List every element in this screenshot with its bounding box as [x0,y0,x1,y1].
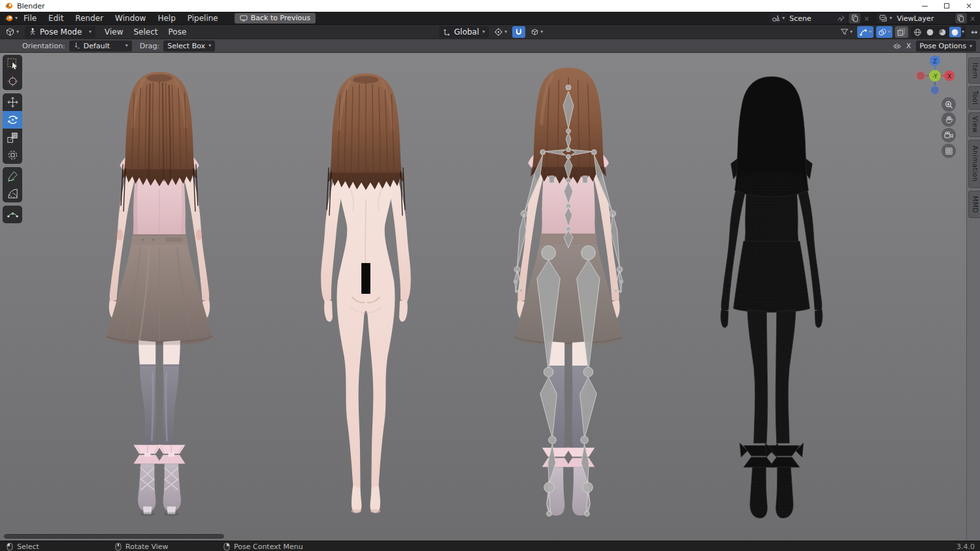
blender-version: 3.4.0 [956,541,975,551]
gizmo-minus-x-ball[interactable] [917,72,925,80]
pan-hand-button[interactable] [941,112,956,127]
drag-mode-value: Select Box [167,42,205,50]
new-viewlayer-button[interactable] [955,13,967,24]
perspective-toggle-button[interactable] [941,144,956,158]
figure2-body [321,161,410,513]
mirror-x-icon[interactable] [892,42,902,50]
mode-value: Pose Mode [40,27,86,37]
tab-animation[interactable]: Animation [968,140,980,188]
menu-select[interactable]: Select [134,27,158,37]
remove-viewlayer-icon: × [968,15,977,22]
chevron-down-icon: ▾ [962,29,964,35]
xray-icon [897,28,906,37]
header-expand-icon[interactable]: ↔ [971,27,977,37]
editor-type-button[interactable]: ▾ [3,26,21,38]
scene-icon [772,14,780,22]
chevron-down-icon: ▾ [125,43,128,48]
xray-toggle-button[interactable] [895,26,908,38]
menu-window[interactable]: Window [115,14,146,23]
orientation-default-dropdown[interactable]: Default ▾ [69,40,132,52]
material-sphere-icon [938,28,947,37]
drag-label: Drag: [140,42,159,50]
shading-rendered-button[interactable] [949,27,961,37]
menu-pipeline[interactable]: Pipeline [188,14,218,23]
overlays-dropdown[interactable]: ▾ [876,26,892,38]
tab-item[interactable]: Item [968,57,980,84]
model-wireframe-character[interactable] [702,69,841,526]
new-scene-button[interactable] [849,13,860,24]
sidebar-tab-strip: Item Tool View Animation MMD [966,53,980,541]
gizmo-minus-z-ball[interactable] [931,86,939,95]
gizmos-dropdown[interactable]: ▾ [857,26,874,38]
chevron-down-icon: ▾ [208,43,211,48]
drag-mode-dropdown[interactable]: Select Box ▾ [163,40,215,52]
model-textured-character[interactable] [90,66,229,527]
chevron-down-icon: ▾ [540,29,543,35]
blender-menu-button[interactable]: ▾ [4,14,18,22]
viewport-header: ▾ Pose Mode ▾ View Select Pose Global ▾ … [0,25,980,39]
viewlayer-name[interactable]: ViewLayer [894,14,951,23]
window-titlebar: Blender × [0,0,980,12]
tool-rotate-button[interactable] [3,111,22,129]
pivot-point-dropdown[interactable]: ▾ [492,26,509,38]
chevron-down-icon: ▾ [888,29,890,35]
menu-view[interactable]: View [105,27,123,37]
rendered-sphere-icon [951,28,959,37]
tool-box-select-button[interactable] [3,55,22,72]
tab-tool[interactable]: Tool [968,86,980,110]
zoom-button[interactable] [941,97,956,112]
menu-edit[interactable]: Edit [48,14,63,23]
hint-pose-context-menu: Pose Context Menu [223,541,303,551]
chevron-down-icon: ▾ [15,16,18,21]
orientation-default-value: Default [84,42,122,50]
camera-view-button[interactable] [941,128,956,142]
tab-view[interactable]: View [968,112,980,137]
gizmo-y-label: -Y [932,73,938,80]
tool-transform-button[interactable] [3,146,22,164]
tool-settings-bar: Orientation: Default ▾ Drag: Select Box … [0,39,980,53]
transform-orientation-dropdown[interactable]: Global ▾ [439,26,489,38]
tool-scale-button[interactable] [3,129,22,146]
horizontal-scrollbar[interactable] [4,534,224,539]
snap-toggle-button[interactable] [512,26,525,38]
scene-name[interactable]: Scene [787,14,836,23]
figure1-shoes [138,464,181,516]
viewlayer-selector[interactable]: ▾ ViewLayer [877,13,954,24]
back-to-previous-label: Back to Previous [251,14,310,22]
tool-move-button[interactable] [3,93,22,111]
close-button[interactable]: × [958,0,980,12]
tool-pose-breakdowner-button[interactable] [3,206,22,223]
selectability-filter-dropdown[interactable]: ▾ [838,26,855,38]
tool-measure-button[interactable] [3,185,22,202]
minimize-button[interactable] [913,0,936,12]
mode-dropdown[interactable]: Pose Mode ▾ [25,26,95,38]
shading-material-button[interactable] [937,27,949,37]
unlink-scene-icon: × [862,15,871,22]
back-to-previous-button[interactable]: Back to Previous [235,13,316,24]
chevron-down-icon: ▾ [850,29,853,35]
blender-logo-icon [4,2,13,10]
tool-cursor-button[interactable] [3,72,22,90]
model-armature-character[interactable] [498,65,639,528]
view-navigation-gizmo[interactable]: Z X -Y [913,54,956,97]
pose-options-button[interactable]: Pose Options ▾ [916,40,976,52]
viewport-3d[interactable]: Z X -Y Item Tool View Animation MMD [0,53,980,541]
menu-render[interactable]: Render [75,14,103,23]
figure1-legs [139,340,180,446]
orientation-label: Orientation: [22,42,65,50]
shading-solid-button[interactable] [924,27,936,37]
shading-wireframe-button[interactable] [912,27,924,37]
tab-mmd[interactable]: MMD [968,191,980,218]
scene-selector[interactable]: ▾ Scene [769,13,847,24]
pin-icon[interactable] [838,15,845,22]
tool-annotate-button[interactable] [3,167,22,185]
mouse-right-icon [223,543,230,551]
menu-file[interactable]: File [24,14,37,23]
menu-pose[interactable]: Pose [169,27,187,37]
model-base-body[interactable] [295,67,436,524]
snap-settings-dropdown[interactable]: ▾ [529,26,545,38]
orientation-cursor-icon [73,42,80,50]
menu-help[interactable]: Help [157,14,175,23]
maximize-button[interactable] [936,0,958,12]
mirror-x-label[interactable]: X [906,42,911,50]
